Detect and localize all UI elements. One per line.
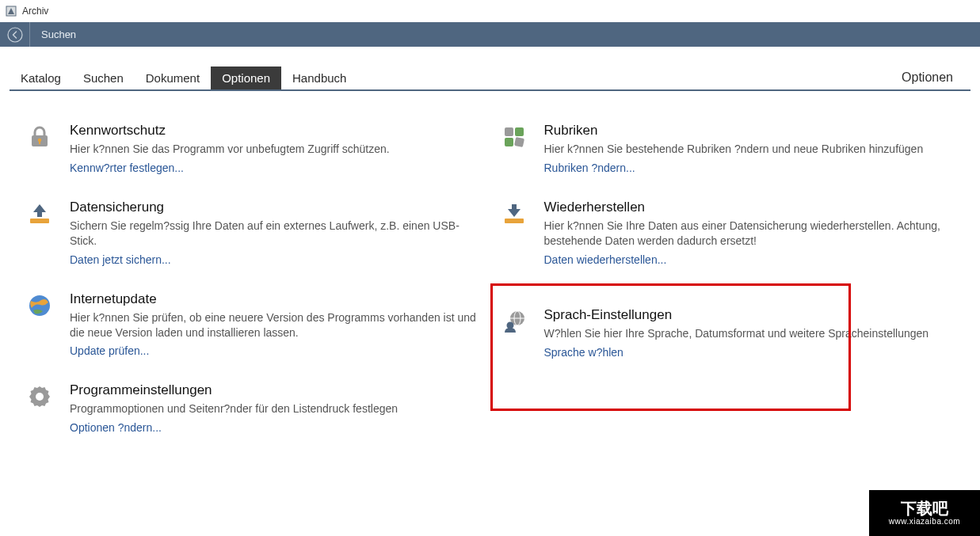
svg-rect-9 [515,127,524,136]
card-title: Kennwortschutz [70,123,390,139]
download-icon [497,200,532,266]
column-right: Rubriken Hier k?nnen Sie bestehende Rubr… [490,115,965,451]
svg-rect-10 [505,138,513,146]
tab-row: Katalog Suchen Dokument Optionen Handbuc… [10,66,970,91]
svg-point-1 [8,28,22,42]
globe-icon [22,291,57,358]
svg-rect-12 [505,219,524,223]
gear-icon [22,382,57,434]
top-bar: Suchen [0,22,980,47]
card-title: Programmeinstellungen [70,382,398,398]
link-optionen-aendern[interactable]: Optionen ?ndern... [70,421,162,434]
card-wiederherstellen: Wiederherstellen Hier k?nnen Sie Ihre Da… [490,192,965,283]
tab-optionen[interactable]: Optionen [211,67,281,89]
link-update-pruefen[interactable]: Update prüfen... [70,344,149,357]
lock-icon [22,123,57,174]
tab-dokument[interactable]: Dokument [135,67,211,89]
card-desc: Hier k?nnen Sie Ihre Daten aus einer Dat… [544,219,956,249]
svg-point-7 [36,393,44,401]
card-rubriken: Rubriken Hier k?nnen Sie bestehende Rubr… [490,115,965,192]
card-desc: Sichern Sie regelm?ssig Ihre Daten auf e… [70,219,482,249]
card-title: Datensicherung [70,200,482,215]
content-area: Kennwortschutz Hier k?nnen Sie das Progr… [0,91,980,459]
svg-rect-11 [513,137,524,147]
card-programmeinstellungen: Programmeinstellungen Programmoptionen u… [16,374,490,451]
card-internetupdate: Internetupdate Hier k?nnen Sie prüfen, o… [16,283,490,375]
svg-rect-8 [505,127,513,136]
tab-suchen[interactable]: Suchen [72,67,135,89]
upload-icon [22,200,57,266]
tab-handbuch[interactable]: Handbuch [281,67,357,89]
card-desc: Hier k?nnen Sie bestehende Rubriken ?nde… [544,142,924,157]
card-desc: Hier k?nnen Sie das Programm vor unbefug… [70,142,390,157]
card-kennwortschutz: Kennwortschutz Hier k?nnen Sie das Progr… [16,115,490,192]
card-desc: W?hlen Sie hier Ihre Sprache, Datumsform… [544,326,929,341]
link-rubriken-aendern[interactable]: Rubriken ?ndern... [544,162,635,174]
card-datensicherung: Datensicherung Sichern Sie regelm?ssig I… [16,192,490,283]
back-button[interactable] [0,22,30,47]
card-desc: Hier k?nnen Sie prüfen, ob eine neuere V… [70,310,482,340]
link-sprache-waehlen[interactable]: Sprache w?hlen [544,346,623,359]
card-title: Wiederherstellen [544,200,956,215]
card-sprach-einstellungen: Sprach-Einstellungen W?hlen Sie hier Ihr… [490,283,965,376]
language-icon [497,307,532,359]
tab-katalog[interactable]: Katalog [10,67,72,89]
page-heading: Optionen [890,66,970,89]
column-left: Kennwortschutz Hier k?nnen Sie das Progr… [16,115,490,451]
tab-area: Katalog Suchen Dokument Optionen Handbuc… [0,47,980,91]
card-title: Sprach-Einstellungen [544,307,929,323]
link-daten-sichern[interactable]: Daten jetzt sichern... [70,253,171,266]
top-search-label[interactable]: Suchen [30,22,87,47]
title-bar: Archiv [0,0,980,22]
svg-rect-4 [39,141,40,144]
link-kennwoerter-festlegen[interactable]: Kennw?rter festlegen... [70,162,184,174]
categories-icon [497,123,532,174]
window-title: Archiv [22,6,48,17]
tabs-left: Katalog Suchen Dokument Optionen Handbuc… [10,67,357,89]
card-desc: Programmoptionen und Seitenr?nder für de… [70,401,398,416]
watermark-url: www.xiazaiba.com [889,518,960,526]
card-title: Internetupdate [70,291,482,307]
card-title: Rubriken [544,123,924,139]
app-icon [5,5,17,17]
link-daten-wiederherstellen[interactable]: Daten wiederherstellen... [544,253,667,266]
watermark-title: 下载吧 [901,500,948,516]
watermark: 下载吧 www.xiazaiba.com [869,490,980,536]
svg-rect-5 [30,219,49,223]
